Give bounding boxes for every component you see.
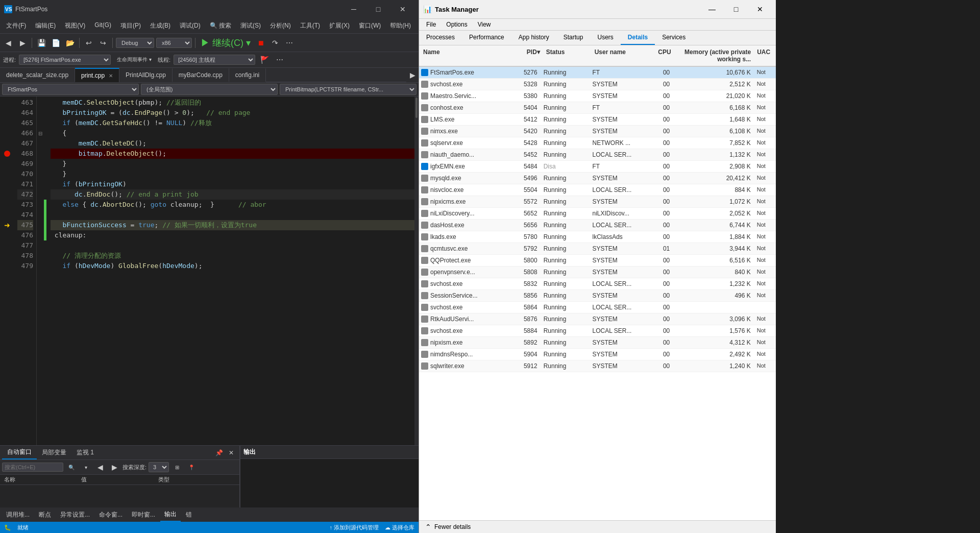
func-dropdown[interactable]: (全局范围) — [141, 84, 278, 95]
tm-row[interactable]: svchost.exe 5864 Running LOCAL SER... 00 — [419, 302, 776, 313]
tm-row[interactable]: niauth_daemo... 5452 Running LOCAL SER..… — [419, 149, 776, 161]
tm-row[interactable]: dasHost.exe 5656 Running LOCAL SER... 00… — [419, 220, 776, 231]
tab-immediate[interactable]: 即时窗... — [128, 508, 159, 521]
toolbar-save-all-btn[interactable]: 📄 — [50, 37, 62, 49]
col-username[interactable]: User name — [591, 47, 649, 64]
col-cpu[interactable]: CPU — [649, 47, 673, 64]
tab-mybarcode[interactable]: myBarCode.cpp — [173, 68, 229, 82]
toolbar-redo-btn[interactable]: ↪ — [97, 37, 109, 49]
col-name[interactable]: Name — [419, 47, 511, 64]
menu-analyze[interactable]: 分析(N) — [266, 19, 295, 32]
tab-scroll-right[interactable]: ▶ — [406, 69, 419, 81]
tm-tab-users[interactable]: Users — [590, 31, 620, 45]
tm-maximize-btn[interactable]: □ — [724, 2, 748, 16]
tm-row[interactable]: SessionService... 5856 Running SYSTEM 00… — [419, 290, 776, 302]
auto-search-input[interactable] — [2, 463, 63, 472]
scope-dropdown[interactable]: FtSmartPos — [2, 84, 139, 95]
toolbar-fwd-btn[interactable]: ▶ — [16, 37, 29, 49]
bottom-close[interactable]: ✕ — [225, 447, 237, 459]
thread-dropdown[interactable]: [24560] 主线程 — [174, 55, 255, 65]
tab-close-icon[interactable]: ✕ — [109, 73, 113, 79]
col-pid[interactable]: PID▾ — [511, 47, 542, 64]
thread-extra-btn[interactable]: ⋯ — [274, 54, 286, 66]
toolbar-back-btn[interactable]: ◀ — [2, 37, 14, 49]
tm-row[interactable]: nisvcloc.exe 5504 Running LOCAL SER... 0… — [419, 184, 776, 196]
platform-dropdown[interactable]: x86 x64 — [156, 38, 192, 48]
tab-breakpoints[interactable]: 断点 — [35, 508, 55, 521]
tm-row[interactable]: igfxEMN.exe 5484 Disa FT 00 2,908 K Not — [419, 161, 776, 173]
code-text-area[interactable]: memDC.SelectObject(pbmp); //返回旧的 bPrinti… — [46, 96, 414, 445]
search-dropdown[interactable]: ▾ — [80, 461, 92, 473]
bottom-pin[interactable]: 📌 — [213, 447, 225, 459]
pin-btn[interactable]: 📍 — [185, 461, 198, 473]
tm-row[interactable]: openvpnserv.e... 5808 Running SYSTEM 00 … — [419, 266, 776, 278]
tm-tab-processes[interactable]: Processes — [419, 31, 462, 45]
toolbar-open-btn[interactable]: 📂 — [64, 37, 76, 49]
tm-row[interactable]: LMS.exe 5412 Running SYSTEM 00 1,648 K N… — [419, 114, 776, 126]
tm-row[interactable]: svchost.exe 5832 Running LOCAL SER... 00… — [419, 278, 776, 290]
tab-config[interactable]: config.ini — [229, 68, 266, 82]
view-toggle[interactable]: ⊞ — [171, 461, 183, 473]
col-status[interactable]: Status — [542, 47, 591, 64]
tab-watch1[interactable]: 监视 1 — [71, 446, 99, 459]
menu-build[interactable]: 生成(B) — [146, 19, 175, 32]
menu-view[interactable]: 视图(V) — [61, 19, 89, 32]
tm-tab-performance[interactable]: Performance — [462, 31, 511, 45]
tm-row[interactable]: qcmtusvc.exe 5792 Running SYSTEM 01 3,94… — [419, 243, 776, 255]
status-choose-repo[interactable]: ☁ 选择仓库 — [385, 524, 414, 531]
fold-466[interactable]: ⊟ — [37, 128, 44, 138]
menu-test[interactable]: 测试(S) — [236, 19, 265, 32]
menu-git[interactable]: Git(G) — [90, 19, 115, 32]
tm-row[interactable]: Maestro.Servic... 5380 Running SYSTEM 00… — [419, 90, 776, 102]
toolbar-step-over[interactable]: ↷ — [269, 37, 281, 49]
debug-config-dropdown[interactable]: Debug Release — [116, 38, 154, 48]
tm-row[interactable]: lkads.exe 5780 Running lkClassAds 00 1,8… — [419, 231, 776, 243]
vs-minimize-btn[interactable]: ─ — [342, 2, 365, 16]
tm-row[interactable]: RtkAudUServi... 5876 Running SYSTEM 00 3… — [419, 313, 776, 325]
tab-errors[interactable]: 错 — [182, 508, 196, 521]
tab-output[interactable]: 输出 — [160, 508, 181, 522]
lifecycle-btn[interactable]: 生命周期事件 ▾ — [114, 54, 155, 66]
process-dropdown[interactable]: [5276] FtSmartPos.exe — [19, 55, 111, 65]
tm-close-btn[interactable]: ✕ — [748, 2, 772, 16]
continue-btn[interactable]: ▶ 继续(C) ▾ — [199, 37, 253, 49]
fold-icon-466[interactable]: ⊟ — [37, 130, 44, 137]
menu-extensions[interactable]: 扩展(X) — [325, 19, 354, 32]
menu-edit[interactable]: 编辑(E) — [31, 19, 60, 32]
tm-menu-file[interactable]: File — [421, 19, 441, 30]
tm-row[interactable]: nimxs.exe 5420 Running SYSTEM 00 6,108 K… — [419, 126, 776, 137]
menu-file[interactable]: 文件(F) — [2, 19, 30, 32]
menu-search[interactable]: 🔍 搜索 — [206, 19, 235, 32]
tm-tab-details[interactable]: Details — [621, 31, 655, 45]
tm-row[interactable]: nipxicms.exe 5572 Running SYSTEM 00 1,07… — [419, 196, 776, 208]
tm-minimize-btn[interactable]: — — [700, 2, 724, 16]
depth-select[interactable]: 3 — [149, 462, 169, 472]
toolbar-more[interactable]: ⋯ — [283, 37, 296, 49]
nav-fwd[interactable]: ▶ — [108, 461, 120, 473]
toolbar-save-btn[interactable]: 💾 — [35, 37, 47, 49]
tm-row[interactable]: sqlwriter.exe 5912 Running SYSTEM 00 1,2… — [419, 360, 776, 372]
vs-maximize-btn[interactable]: □ — [366, 2, 390, 16]
tab-printall[interactable]: PrintAllDlg.cpp — [119, 68, 173, 82]
vs-close-btn[interactable]: ✕ — [391, 2, 414, 16]
tm-row[interactable]: mysqld.exe 5496 Running SYSTEM 00 20,412… — [419, 173, 776, 184]
tm-row[interactable]: QQProtect.exe 5800 Running SYSTEM 00 6,5… — [419, 255, 776, 266]
tm-row[interactable]: nipxism.exe 5892 Running SYSTEM 00 4,312… — [419, 337, 776, 349]
gutter-468-bp[interactable] — [0, 149, 14, 159]
menu-window[interactable]: 窗口(W) — [355, 19, 385, 32]
menu-project[interactable]: 项目(P) — [116, 19, 145, 32]
tab-command[interactable]: 命令窗... — [95, 508, 127, 521]
tm-menu-options[interactable]: Options — [441, 19, 472, 30]
tab-local[interactable]: 局部变量 — [37, 446, 71, 459]
tm-tab-apphistory[interactable]: App history — [511, 31, 556, 45]
tm-tab-startup[interactable]: Startup — [556, 31, 591, 45]
tm-footer[interactable]: ⌃ Fewer details — [419, 520, 776, 533]
tm-row[interactable]: niLxiDiscovery... 5652 Running niLXIDisc… — [419, 208, 776, 220]
tm-row[interactable]: sqlservr.exe 5428 Running NETWORK ... 00… — [419, 137, 776, 149]
status-add-source[interactable]: ↑ 添加到源代码管理 — [329, 524, 379, 531]
tab-callstack[interactable]: 调用堆... — [2, 508, 34, 521]
tm-process-table[interactable]: Name PID▾ Status User name CPU Memory (a… — [419, 45, 776, 520]
tm-row[interactable]: svchost.exe 5328 Running SYSTEM 00 2,512… — [419, 79, 776, 90]
tm-row[interactable]: svchost.exe 5884 Running LOCAL SER... 00… — [419, 325, 776, 337]
editor-scrollbar[interactable] — [414, 96, 419, 445]
